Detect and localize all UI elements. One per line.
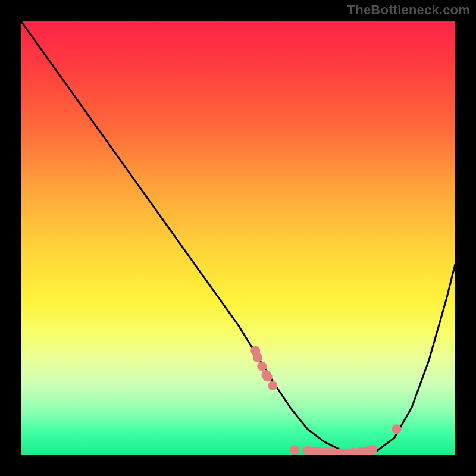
data-point	[253, 353, 262, 362]
chart-overlay-svg	[21, 21, 455, 455]
data-point	[290, 445, 299, 455]
data-point	[368, 445, 377, 455]
watermark-label: TheBottleneck.com	[347, 2, 470, 18]
data-point	[263, 372, 273, 382]
data-point	[392, 424, 402, 434]
data-point	[268, 381, 277, 390]
chart-container: TheBottleneck.com	[0, 0, 476, 476]
data-point	[257, 361, 267, 371]
bottleneck-curve	[21, 21, 455, 453]
data-points-group	[250, 346, 401, 455]
